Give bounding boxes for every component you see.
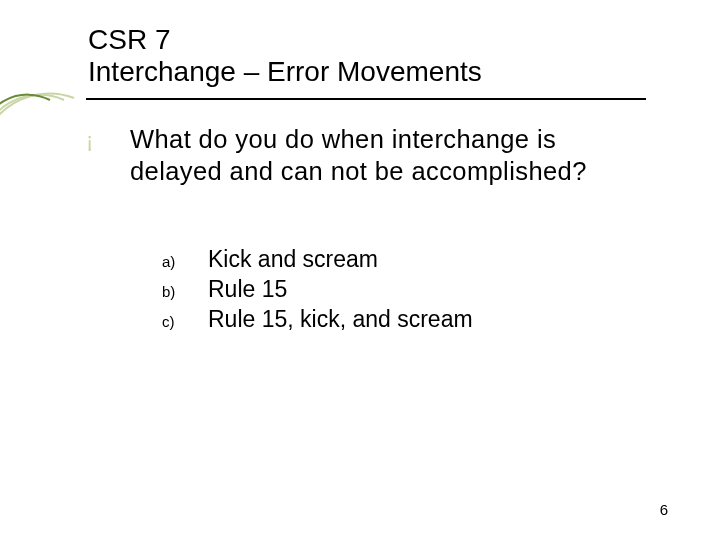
answer-label: a) [162, 247, 208, 270]
answer-label: c) [162, 307, 208, 330]
answer-text: Rule 15 [208, 276, 287, 303]
answer-item: c) Rule 15, kick, and scream [162, 306, 473, 333]
question-text: What do you do when interchange is delay… [130, 124, 650, 188]
slide-title: CSR 7 Interchange – Error Movements [88, 24, 648, 88]
title-line-1: CSR 7 [88, 24, 648, 56]
answer-text: Rule 15, kick, and scream [208, 306, 473, 333]
page-number: 6 [660, 501, 668, 518]
title-underline [86, 98, 646, 100]
title-line-2: Interchange – Error Movements [88, 56, 648, 88]
answer-list: a) Kick and scream b) Rule 15 c) Rule 15… [162, 246, 473, 336]
answer-item: b) Rule 15 [162, 276, 473, 303]
decorative-arcs [0, 88, 80, 154]
answer-label: b) [162, 277, 208, 300]
answer-text: Kick and scream [208, 246, 378, 273]
answer-item: a) Kick and scream [162, 246, 473, 273]
bullet-icon: ¡ [86, 128, 93, 154]
